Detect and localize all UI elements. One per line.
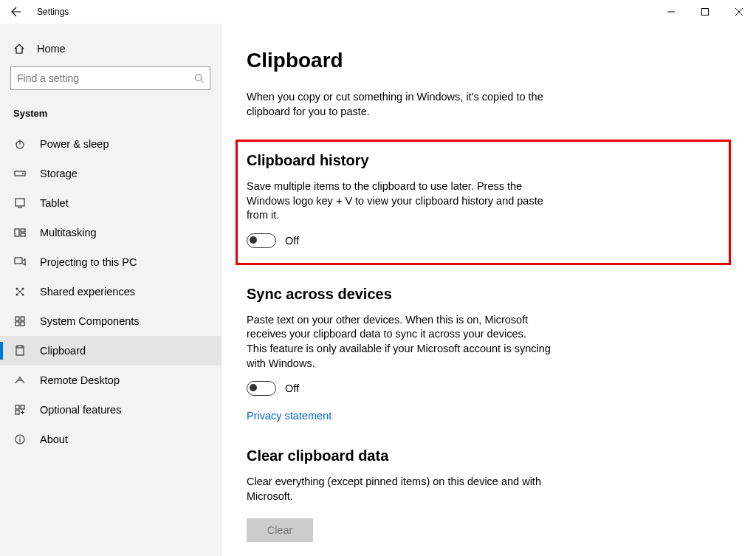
window-title: Settings bbox=[37, 7, 69, 17]
close-icon bbox=[735, 8, 743, 16]
projecting-icon bbox=[13, 256, 27, 268]
clear-button[interactable]: Clear bbox=[247, 518, 313, 542]
titlebar: Settings bbox=[0, 0, 756, 24]
sidebar-item-label: Projecting to this PC bbox=[40, 256, 137, 268]
sidebar-heading: System bbox=[0, 100, 221, 129]
body: Home System Power & sleep Storage Tablet… bbox=[0, 24, 756, 556]
sync-title: Sync across devices bbox=[247, 286, 726, 303]
sync-toggle[interactable] bbox=[247, 381, 276, 396]
svg-point-4 bbox=[22, 173, 24, 174]
sidebar-item-label: Optional features bbox=[40, 404, 121, 416]
sync-toggle-label: Off bbox=[285, 382, 299, 394]
sidebar-item-tablet[interactable]: Tablet bbox=[0, 188, 221, 218]
svg-rect-20 bbox=[16, 405, 19, 409]
close-button[interactable] bbox=[722, 0, 756, 24]
privacy-statement-link[interactable]: Privacy statement bbox=[247, 410, 331, 422]
sync-section: Sync across devices Paste text on your o… bbox=[247, 286, 726, 422]
clear-desc: Clear everything (except pinned items) o… bbox=[247, 475, 557, 504]
svg-rect-21 bbox=[21, 405, 24, 409]
optional-features-icon bbox=[13, 404, 27, 416]
sidebar-item-multitasking[interactable]: Multitasking bbox=[0, 218, 221, 247]
sidebar-item-optional-features[interactable]: Optional features bbox=[0, 395, 221, 425]
clipboard-history-toggle[interactable] bbox=[247, 233, 276, 248]
sidebar-item-label: Tablet bbox=[40, 197, 69, 209]
sync-desc-1: Paste text on your other devices. When t… bbox=[247, 313, 557, 342]
svg-rect-16 bbox=[16, 322, 19, 326]
maximize-icon bbox=[701, 8, 709, 16]
clipboard-history-section: Clipboard history Save multiple items to… bbox=[247, 152, 720, 248]
content: Clipboard When you copy or cut something… bbox=[221, 24, 756, 556]
sidebar-item-projecting[interactable]: Projecting to this PC bbox=[0, 247, 221, 277]
toggle-knob bbox=[250, 384, 257, 391]
search-input[interactable] bbox=[17, 72, 194, 84]
sidebar-item-label: Multitasking bbox=[40, 227, 97, 238]
sidebar: Home System Power & sleep Storage Tablet… bbox=[0, 24, 221, 556]
clipboard-history-title: Clipboard history bbox=[247, 152, 720, 169]
search-icon bbox=[194, 73, 204, 83]
sidebar-item-clipboard[interactable]: Clipboard bbox=[0, 336, 221, 365]
arrow-left-icon bbox=[10, 6, 22, 18]
clipboard-history-toggle-label: Off bbox=[285, 235, 299, 247]
svg-rect-22 bbox=[16, 411, 19, 414]
sync-toggle-row: Off bbox=[247, 381, 726, 396]
sidebar-item-label: System Components bbox=[40, 315, 140, 327]
svg-rect-9 bbox=[15, 258, 22, 264]
info-icon bbox=[13, 433, 27, 445]
sidebar-item-power-sleep[interactable]: Power & sleep bbox=[0, 129, 221, 159]
svg-rect-15 bbox=[21, 317, 24, 320]
svg-rect-7 bbox=[21, 229, 25, 232]
svg-rect-17 bbox=[21, 322, 24, 326]
svg-rect-0 bbox=[702, 9, 709, 16]
clipboard-history-desc: Save multiple items to the clipboard to … bbox=[247, 179, 557, 223]
components-icon bbox=[13, 315, 27, 327]
back-button[interactable] bbox=[6, 1, 27, 22]
tablet-icon bbox=[13, 197, 27, 209]
sidebar-item-label: Clipboard bbox=[40, 345, 86, 357]
svg-rect-5 bbox=[16, 199, 24, 206]
search-box[interactable] bbox=[10, 66, 210, 90]
clear-section: Clear clipboard data Clear everything (e… bbox=[247, 447, 726, 542]
maximize-button[interactable] bbox=[688, 0, 722, 24]
storage-icon bbox=[13, 168, 27, 179]
svg-rect-14 bbox=[16, 317, 19, 320]
sidebar-item-label: Remote Desktop bbox=[40, 374, 120, 386]
clear-title: Clear clipboard data bbox=[247, 447, 726, 464]
toggle-knob bbox=[250, 236, 257, 244]
sidebar-home[interactable]: Home bbox=[0, 35, 221, 62]
multitasking-icon bbox=[13, 227, 27, 238]
sidebar-home-label: Home bbox=[37, 43, 66, 55]
sidebar-item-label: Storage bbox=[40, 168, 78, 179]
sidebar-item-label: Power & sleep bbox=[40, 138, 109, 150]
shared-icon bbox=[13, 286, 27, 298]
svg-rect-19 bbox=[18, 346, 22, 348]
sidebar-item-system-components[interactable]: System Components bbox=[0, 306, 221, 336]
sidebar-item-remote-desktop[interactable]: Remote Desktop bbox=[0, 365, 221, 395]
window-controls bbox=[654, 0, 756, 24]
power-icon bbox=[13, 138, 27, 150]
minimize-button[interactable] bbox=[654, 0, 688, 24]
remote-desktop-icon bbox=[13, 374, 27, 386]
sidebar-item-storage[interactable]: Storage bbox=[0, 159, 221, 188]
clipboard-icon bbox=[13, 345, 27, 357]
clipboard-history-toggle-row: Off bbox=[247, 233, 720, 248]
page-description: When you copy or cut something in Window… bbox=[247, 90, 557, 119]
sidebar-item-shared-experiences[interactable]: Shared experiences bbox=[0, 277, 221, 306]
page-title: Clipboard bbox=[247, 49, 726, 72]
svg-point-1 bbox=[195, 75, 202, 81]
home-icon bbox=[13, 43, 25, 55]
svg-rect-6 bbox=[15, 229, 19, 236]
titlebar-left: Settings bbox=[6, 1, 69, 22]
sidebar-item-label: Shared experiences bbox=[40, 286, 135, 298]
sidebar-item-about[interactable]: About bbox=[0, 425, 221, 454]
svg-point-24 bbox=[19, 436, 21, 438]
sync-desc-2: This feature is only available if your M… bbox=[247, 342, 557, 371]
minimize-icon bbox=[667, 8, 675, 16]
sidebar-item-label: About bbox=[40, 433, 68, 445]
svg-rect-8 bbox=[21, 233, 25, 236]
clipboard-history-highlight: Clipboard history Save multiple items to… bbox=[236, 140, 731, 265]
